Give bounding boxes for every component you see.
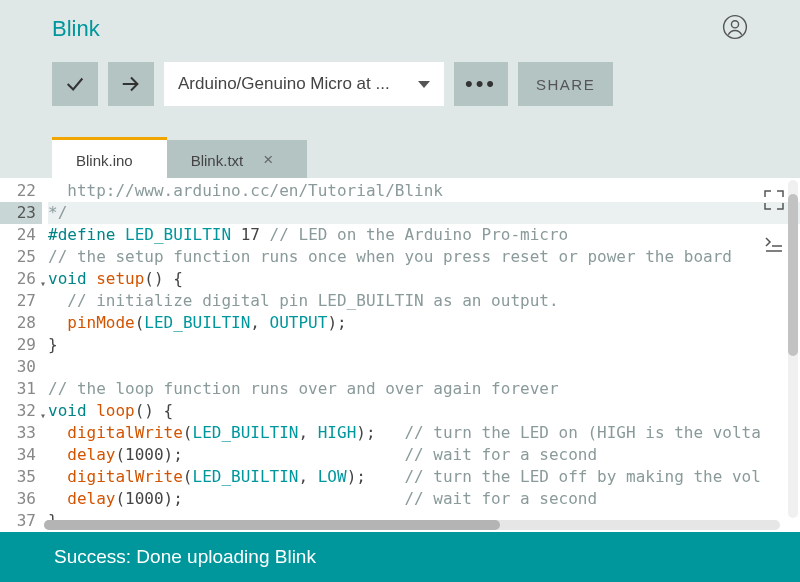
toolbar: Arduino/Genuino Micro at ... ••• SHARE bbox=[52, 62, 748, 106]
sketch-title: Blink bbox=[52, 16, 100, 42]
header: Blink Arduino/Genuino Micro at ... ••• S… bbox=[0, 0, 800, 106]
tab-bar: Blink.inoBlink.txt bbox=[52, 140, 800, 178]
svg-point-1 bbox=[731, 21, 738, 28]
line-number: 31 bbox=[0, 378, 42, 400]
line-number: 24 bbox=[0, 224, 42, 246]
code-line[interactable]: void loop() { bbox=[48, 400, 800, 422]
code-line[interactable]: pinMode(LED_BUILTIN, OUTPUT); bbox=[48, 312, 800, 334]
line-number: 23 bbox=[0, 202, 42, 224]
code-line[interactable]: #define LED_BUILTIN 17 // LED on the Ard… bbox=[48, 224, 800, 246]
editor-tools bbox=[762, 188, 786, 260]
line-number: 28 bbox=[0, 312, 42, 334]
code-line[interactable]: } bbox=[48, 334, 800, 356]
code-line[interactable]: void setup() { bbox=[48, 268, 800, 290]
line-number: 35 bbox=[0, 466, 42, 488]
code-line[interactable]: delay(1000); // wait for a second bbox=[48, 488, 800, 510]
line-number: 33 bbox=[0, 422, 42, 444]
code-line[interactable]: // initialize digital pin LED_BUILTIN as… bbox=[48, 290, 800, 312]
line-number: 30 bbox=[0, 356, 42, 378]
code-line[interactable]: digitalWrite(LED_BUILTIN, HIGH); // turn… bbox=[48, 422, 800, 444]
line-number: 36 bbox=[0, 488, 42, 510]
line-gutter: 22232425262728293031323334353637 bbox=[0, 178, 42, 532]
line-number: 32 bbox=[0, 400, 42, 422]
chevron-down-icon bbox=[418, 81, 430, 88]
verify-button[interactable] bbox=[52, 62, 98, 106]
status-bar: Success: Done uploading Blink bbox=[0, 532, 800, 582]
tab-blink-txt[interactable]: Blink.txt bbox=[167, 140, 307, 178]
line-number: 29 bbox=[0, 334, 42, 356]
more-menu-button[interactable]: ••• bbox=[454, 62, 508, 106]
user-icon[interactable] bbox=[722, 14, 748, 44]
tab-blink-ino[interactable]: Blink.ino bbox=[52, 140, 167, 178]
code-line[interactable]: // the loop function runs over and over … bbox=[48, 378, 800, 400]
svg-point-0 bbox=[724, 16, 747, 39]
code-editor[interactable]: 22232425262728293031323334353637 http://… bbox=[0, 178, 800, 532]
upload-button[interactable] bbox=[108, 62, 154, 106]
code-line[interactable]: // the setup function runs once when you… bbox=[48, 246, 800, 268]
code-line[interactable]: digitalWrite(LED_BUILTIN, LOW); // turn … bbox=[48, 466, 800, 488]
code-area[interactable]: http://www.arduino.cc/en/Tutorial/Blink*… bbox=[42, 178, 800, 532]
line-number: 22 bbox=[0, 180, 42, 202]
code-line[interactable]: delay(1000); // wait for a second bbox=[48, 444, 800, 466]
code-line[interactable] bbox=[48, 356, 800, 378]
code-line[interactable]: */ bbox=[48, 202, 800, 224]
code-line[interactable]: http://www.arduino.cc/en/Tutorial/Blink bbox=[48, 180, 800, 202]
line-number: 26 bbox=[0, 268, 42, 290]
share-button[interactable]: SHARE bbox=[518, 62, 613, 106]
scrollbar-vertical[interactable] bbox=[788, 180, 798, 518]
board-select-label: Arduino/Genuino Micro at ... bbox=[178, 74, 390, 94]
fullscreen-icon[interactable] bbox=[762, 188, 786, 216]
line-number: 25 bbox=[0, 246, 42, 268]
scrollbar-horizontal[interactable] bbox=[44, 520, 780, 530]
line-number: 34 bbox=[0, 444, 42, 466]
line-number: 27 bbox=[0, 290, 42, 312]
line-number: 37 bbox=[0, 510, 42, 532]
details-icon[interactable] bbox=[762, 232, 786, 260]
board-select[interactable]: Arduino/Genuino Micro at ... bbox=[164, 62, 444, 106]
